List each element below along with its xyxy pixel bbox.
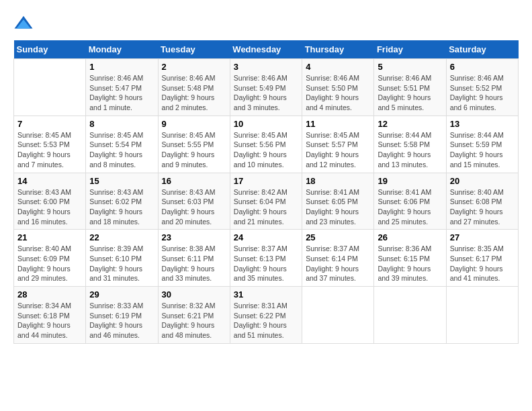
- day-number: 22: [89, 232, 154, 242]
- cell-details: Sunrise: 8:44 AMSunset: 5:59 PMDaylight:…: [450, 130, 515, 170]
- cell-details: Sunrise: 8:39 AMSunset: 6:10 PMDaylight:…: [89, 244, 154, 283]
- cell-details: Sunrise: 8:35 AMSunset: 6:17 PMDaylight:…: [450, 244, 515, 283]
- cell-details: Sunrise: 8:42 AMSunset: 6:04 PMDaylight:…: [234, 187, 298, 227]
- calendar-table: SundayMondayTuesdayWednesdayThursdayFrid…: [13, 40, 519, 344]
- day-number: 21: [17, 232, 82, 242]
- cell-details: Sunrise: 8:40 AMSunset: 6:09 PMDaylight:…: [17, 244, 82, 283]
- day-number: 26: [378, 232, 442, 242]
- calendar-cell: 11Sunrise: 8:45 AMSunset: 5:57 PMDayligh…: [302, 116, 374, 173]
- cell-details: Sunrise: 8:46 AMSunset: 5:47 PMDaylight:…: [89, 73, 154, 113]
- day-number: 8: [89, 119, 154, 129]
- calendar-week-row: 7Sunrise: 8:45 AMSunset: 5:53 PMDaylight…: [14, 116, 519, 173]
- calendar-cell: [14, 59, 86, 116]
- cell-details: Sunrise: 8:33 AMSunset: 6:19 PMDaylight:…: [89, 301, 154, 340]
- logo: [13, 13, 36, 34]
- cell-details: Sunrise: 8:46 AMSunset: 5:48 PMDaylight:…: [162, 73, 226, 113]
- day-number: 20: [450, 176, 515, 186]
- header-wednesday: Wednesday: [230, 40, 302, 59]
- cell-details: Sunrise: 8:41 AMSunset: 6:06 PMDaylight:…: [378, 187, 442, 227]
- day-number: 27: [450, 232, 515, 242]
- calendar-week-row: 14Sunrise: 8:43 AMSunset: 6:00 PMDayligh…: [14, 173, 519, 230]
- calendar-cell: 17Sunrise: 8:42 AMSunset: 6:04 PMDayligh…: [230, 173, 302, 230]
- cell-details: Sunrise: 8:40 AMSunset: 6:08 PMDaylight:…: [450, 187, 515, 227]
- day-number: 3: [234, 62, 298, 72]
- calendar-week-row: 1Sunrise: 8:46 AMSunset: 5:47 PMDaylight…: [14, 59, 519, 116]
- calendar-cell: [302, 287, 374, 344]
- day-number: 14: [17, 176, 82, 186]
- day-number: 7: [17, 119, 82, 129]
- cell-details: Sunrise: 8:45 AMSunset: 5:56 PMDaylight:…: [234, 130, 298, 170]
- day-number: 28: [17, 289, 82, 300]
- day-number: 24: [234, 232, 298, 242]
- cell-details: Sunrise: 8:43 AMSunset: 6:02 PMDaylight:…: [89, 187, 154, 227]
- calendar-cell: 27Sunrise: 8:35 AMSunset: 6:17 PMDayligh…: [446, 230, 518, 287]
- page-header: [13, 13, 519, 34]
- calendar-cell: 26Sunrise: 8:36 AMSunset: 6:15 PMDayligh…: [374, 230, 446, 287]
- day-number: 6: [450, 62, 515, 72]
- cell-details: Sunrise: 8:37 AMSunset: 6:13 PMDaylight:…: [234, 244, 298, 283]
- logo-icon: [13, 13, 34, 34]
- day-number: 5: [378, 62, 442, 72]
- calendar-week-row: 21Sunrise: 8:40 AMSunset: 6:09 PMDayligh…: [14, 230, 519, 287]
- header-saturday: Saturday: [446, 40, 518, 59]
- cell-details: Sunrise: 8:45 AMSunset: 5:57 PMDaylight:…: [306, 130, 370, 170]
- calendar-header-row: SundayMondayTuesdayWednesdayThursdayFrid…: [14, 40, 519, 59]
- cell-details: Sunrise: 8:37 AMSunset: 6:14 PMDaylight:…: [306, 244, 370, 283]
- calendar-cell: 7Sunrise: 8:45 AMSunset: 5:53 PMDaylight…: [14, 116, 86, 173]
- day-number: 19: [378, 176, 442, 186]
- calendar-cell: 5Sunrise: 8:46 AMSunset: 5:51 PMDaylight…: [374, 59, 446, 116]
- cell-details: Sunrise: 8:45 AMSunset: 5:53 PMDaylight:…: [17, 130, 82, 170]
- cell-details: Sunrise: 8:38 AMSunset: 6:11 PMDaylight:…: [162, 244, 226, 283]
- calendar-cell: 31Sunrise: 8:31 AMSunset: 6:22 PMDayligh…: [230, 287, 302, 344]
- day-number: 18: [306, 176, 370, 186]
- calendar-cell: 23Sunrise: 8:38 AMSunset: 6:11 PMDayligh…: [158, 230, 230, 287]
- calendar-cell: [446, 287, 518, 344]
- calendar-cell: 2Sunrise: 8:46 AMSunset: 5:48 PMDaylight…: [158, 59, 230, 116]
- calendar-cell: 9Sunrise: 8:45 AMSunset: 5:55 PMDaylight…: [158, 116, 230, 173]
- calendar-cell: 8Sunrise: 8:45 AMSunset: 5:54 PMDaylight…: [86, 116, 158, 173]
- header-friday: Friday: [374, 40, 446, 59]
- calendar-cell: 22Sunrise: 8:39 AMSunset: 6:10 PMDayligh…: [86, 230, 158, 287]
- day-number: 4: [306, 62, 370, 72]
- calendar-cell: 29Sunrise: 8:33 AMSunset: 6:19 PMDayligh…: [86, 287, 158, 344]
- day-number: 10: [234, 119, 298, 129]
- header-thursday: Thursday: [302, 40, 374, 59]
- day-number: 15: [89, 176, 154, 186]
- cell-details: Sunrise: 8:31 AMSunset: 6:22 PMDaylight:…: [234, 301, 298, 340]
- header-sunday: Sunday: [14, 40, 86, 59]
- cell-details: Sunrise: 8:44 AMSunset: 5:58 PMDaylight:…: [378, 130, 442, 170]
- cell-details: Sunrise: 8:46 AMSunset: 5:49 PMDaylight:…: [234, 73, 298, 113]
- day-number: 9: [162, 119, 226, 129]
- calendar-cell: 30Sunrise: 8:32 AMSunset: 6:21 PMDayligh…: [158, 287, 230, 344]
- calendar-cell: 10Sunrise: 8:45 AMSunset: 5:56 PMDayligh…: [230, 116, 302, 173]
- calendar-cell: 18Sunrise: 8:41 AMSunset: 6:05 PMDayligh…: [302, 173, 374, 230]
- cell-details: Sunrise: 8:45 AMSunset: 5:54 PMDaylight:…: [89, 130, 154, 170]
- calendar-cell: 25Sunrise: 8:37 AMSunset: 6:14 PMDayligh…: [302, 230, 374, 287]
- day-number: 2: [162, 62, 226, 72]
- cell-details: Sunrise: 8:34 AMSunset: 6:18 PMDaylight:…: [17, 301, 82, 340]
- calendar-cell: 13Sunrise: 8:44 AMSunset: 5:59 PMDayligh…: [446, 116, 518, 173]
- cell-details: Sunrise: 8:36 AMSunset: 6:15 PMDaylight:…: [378, 244, 442, 283]
- calendar-cell: 19Sunrise: 8:41 AMSunset: 6:06 PMDayligh…: [374, 173, 446, 230]
- calendar-cell: 15Sunrise: 8:43 AMSunset: 6:02 PMDayligh…: [86, 173, 158, 230]
- day-number: 12: [378, 119, 442, 129]
- cell-details: Sunrise: 8:46 AMSunset: 5:50 PMDaylight:…: [306, 73, 370, 113]
- calendar-cell: 6Sunrise: 8:46 AMSunset: 5:52 PMDaylight…: [446, 59, 518, 116]
- calendar-cell: [374, 287, 446, 344]
- day-number: 25: [306, 232, 370, 242]
- calendar-cell: 21Sunrise: 8:40 AMSunset: 6:09 PMDayligh…: [14, 230, 86, 287]
- cell-details: Sunrise: 8:45 AMSunset: 5:55 PMDaylight:…: [162, 130, 226, 170]
- cell-details: Sunrise: 8:43 AMSunset: 6:03 PMDaylight:…: [162, 187, 226, 227]
- day-number: 11: [306, 119, 370, 129]
- header-monday: Monday: [86, 40, 158, 59]
- calendar-cell: 16Sunrise: 8:43 AMSunset: 6:03 PMDayligh…: [158, 173, 230, 230]
- calendar-cell: 20Sunrise: 8:40 AMSunset: 6:08 PMDayligh…: [446, 173, 518, 230]
- day-number: 16: [162, 176, 226, 186]
- calendar-week-row: 28Sunrise: 8:34 AMSunset: 6:18 PMDayligh…: [14, 287, 519, 344]
- calendar-cell: 3Sunrise: 8:46 AMSunset: 5:49 PMDaylight…: [230, 59, 302, 116]
- header-tuesday: Tuesday: [158, 40, 230, 59]
- day-number: 23: [162, 232, 226, 242]
- cell-details: Sunrise: 8:46 AMSunset: 5:51 PMDaylight:…: [378, 73, 442, 113]
- calendar-cell: 14Sunrise: 8:43 AMSunset: 6:00 PMDayligh…: [14, 173, 86, 230]
- cell-details: Sunrise: 8:43 AMSunset: 6:00 PMDaylight:…: [17, 187, 82, 227]
